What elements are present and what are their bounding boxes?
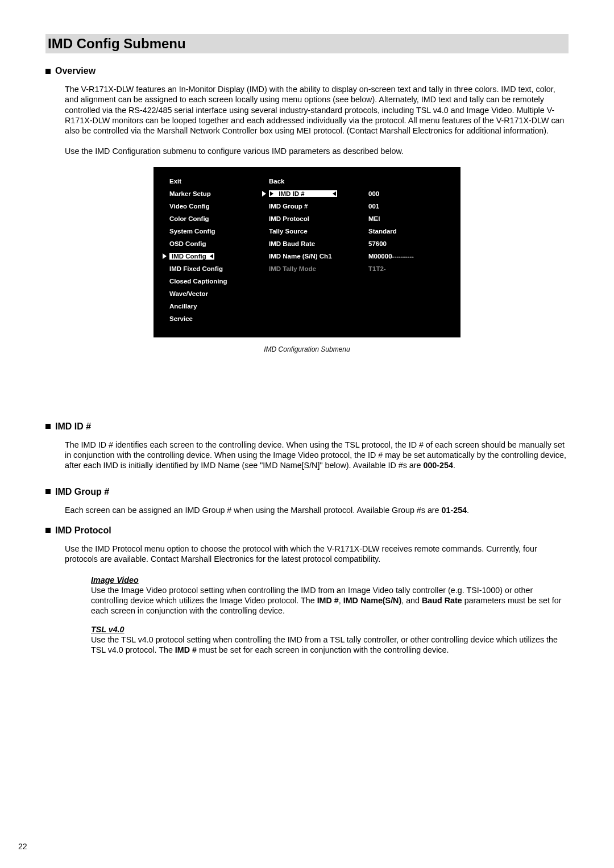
menu-col-right: 000	[368, 190, 445, 197]
bullet-square-icon	[45, 528, 51, 533]
chevron-left-icon	[270, 191, 273, 196]
menu-col-left: Marker Setup	[169, 190, 269, 197]
imd-group-header: IMD Group #	[45, 487, 569, 497]
menu-row: Marker Setup IMD ID #000	[169, 187, 445, 200]
imd-id-heading: IMD ID #	[55, 422, 91, 432]
menu-row: IMD Fixed ConfigIMD Tally ModeT1T2-	[169, 262, 445, 275]
menu-col-left: IMD Config	[169, 253, 269, 260]
bullet-square-icon	[45, 489, 51, 494]
menu-col-mid: IMD Group #	[269, 203, 368, 210]
menu-row: Service	[169, 312, 445, 325]
imd-protocol-header: IMD Protocol	[45, 525, 569, 536]
menu-row: IMD ConfigIMD Name (S/N) Ch1M00000------…	[169, 250, 445, 262]
menu-col-left: IMD Fixed Config	[169, 265, 269, 272]
menu-col-mid: IMD Protocol	[269, 215, 368, 222]
text: .	[467, 506, 469, 515]
imd-protocol-paragraph: Use the IMD Protocol menu option to choo…	[65, 544, 569, 565]
text: must be set for each screen in conjuncti…	[197, 645, 449, 654]
menu-col-left: Color Config	[169, 215, 269, 222]
menu-col-left: Exit	[169, 178, 269, 185]
section-title-bar: IMD Config Submenu	[45, 34, 569, 53]
overview-paragraph-2: Use the IMD Configuration submenu to con…	[65, 146, 569, 156]
selection-arrow-icon	[262, 191, 266, 197]
image-video-subhead: Image Video	[91, 575, 139, 585]
menu-row: Ancillary	[169, 300, 445, 312]
menu-col-mid: IMD Baud Rate	[269, 240, 368, 247]
menu-col-mid: IMD ID #	[269, 190, 368, 197]
menu-col-right: M00000----------	[368, 253, 445, 260]
bold: IMD #	[175, 645, 197, 654]
bullet-square-icon	[45, 424, 51, 429]
bold: IMD #	[317, 596, 339, 605]
bold-range: 01-254	[442, 506, 467, 515]
bullet-square-icon	[45, 69, 51, 74]
menu-col-left: Closed Captioning	[169, 278, 269, 285]
menu-col-right: Standard	[368, 228, 445, 235]
menu-col-right: MEI	[368, 215, 445, 222]
menu-col-left: Service	[169, 315, 269, 322]
bold-range: 000-254	[423, 461, 453, 470]
imd-group-heading: IMD Group #	[55, 487, 109, 497]
menu-row: ExitBack	[169, 175, 445, 187]
image-video-block: Image Video Use the Image Video protocol…	[91, 575, 569, 616]
text: ,	[339, 596, 343, 605]
menu-col-mid: Tally Source	[269, 228, 368, 235]
imd-id-paragraph: The IMD ID # identifies each screen to t…	[65, 440, 569, 471]
menu-row: Video ConfigIMD Group #001	[169, 200, 445, 212]
menu-row: Color ConfigIMD ProtocolMEI	[169, 212, 445, 225]
selected-mid-item: IMD ID #	[269, 190, 337, 197]
page-title: IMD Config Submenu	[48, 36, 566, 52]
bold: IMD Name(S/N)	[343, 596, 401, 605]
imd-config-screenshot: ExitBackMarker Setup IMD ID #000Video Co…	[154, 167, 460, 337]
screenshot-caption: IMD Configuration Submenu	[45, 345, 569, 353]
text: .	[453, 461, 455, 470]
menu-col-left: System Config	[169, 228, 269, 235]
selection-arrow-icon	[163, 253, 167, 259]
menu-col-right: T1T2-	[368, 265, 445, 272]
overview-paragraph-1: The V-R171X-DLW features an In-Monitor D…	[65, 84, 569, 136]
bold: Baud Rate	[422, 596, 462, 605]
page-number: 22	[18, 842, 27, 851]
tsl-subhead: TSL v4.0	[91, 625, 125, 634]
menu-col-mid: IMD Tally Mode	[269, 265, 368, 272]
text: Each screen can be assigned an IMD Group…	[65, 506, 442, 515]
chevron-right-icon	[333, 191, 336, 196]
chevron-right-icon	[210, 254, 213, 258]
menu-col-right: 57600	[368, 240, 445, 247]
menu-row: System ConfigTally SourceStandard	[169, 225, 445, 237]
menu-col-mid: Back	[269, 178, 368, 185]
overview-header: Overview	[45, 66, 569, 76]
imd-id-header: IMD ID #	[45, 422, 569, 432]
menu-col-left: Video Config	[169, 203, 269, 210]
menu-col-left: Wave/Vector	[169, 290, 269, 297]
imd-protocol-heading: IMD Protocol	[55, 525, 111, 536]
menu-col-left: Ancillary	[169, 303, 269, 310]
menu-row: Closed Captioning	[169, 275, 445, 287]
menu-col-right: 001	[368, 203, 445, 210]
text: , and	[401, 596, 422, 605]
selected-left-item: IMD Config	[169, 253, 214, 260]
imd-group-paragraph: Each screen can be assigned an IMD Group…	[65, 505, 569, 515]
menu-col-mid: IMD Name (S/N) Ch1	[269, 253, 368, 260]
menu-row: OSD ConfigIMD Baud Rate57600	[169, 237, 445, 250]
menu-row: Wave/Vector	[169, 287, 445, 300]
text: The IMD ID # identifies each screen to t…	[65, 440, 566, 470]
menu-col-left: OSD Config	[169, 240, 269, 247]
overview-heading: Overview	[55, 66, 96, 76]
tsl-block: TSL v4.0 Use the TSL v4.0 protocol setti…	[91, 624, 569, 656]
